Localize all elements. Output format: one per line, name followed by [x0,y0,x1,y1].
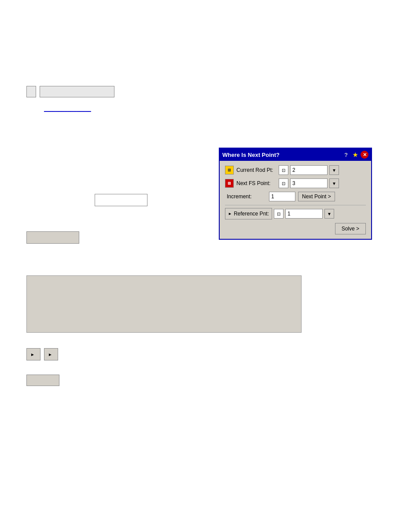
next-fs-point-field-group: ⊡ ▼ [279,178,339,188]
bottom-btn-1[interactable]: ► [26,348,41,360]
current-rod-pt-dropdown[interactable]: ▼ [329,165,339,175]
next-fs-point-dropdown[interactable]: ▼ [329,178,339,188]
link-text[interactable]: ________________ [44,106,91,112]
mid-input[interactable] [95,194,147,206]
dialog-body: ⊞ Current Rod Pt: ⊡ ▼ ⊞ Next FS Point: ⊡… [220,161,371,239]
gray-btn-left[interactable] [26,231,79,244]
toolbar-btn-1[interactable] [26,86,36,97]
arrow-icon-2: ► [48,352,52,357]
current-rod-pt-field-group: ⊡ ▼ [279,165,339,175]
dialog-title: Where Is Next Point? [222,152,342,158]
solve-button[interactable]: Solve > [335,223,366,234]
reference-dropdown[interactable]: ▼ [324,209,334,219]
bottom-btn-2[interactable]: ► [44,348,58,360]
next-fs-point-label: Next FS Point: [236,180,276,186]
next-fs-point-input[interactable] [290,178,328,188]
next-fs-point-icon: ⊞ [225,179,234,188]
current-rod-pt-pick-icon[interactable]: ⊡ [279,165,288,175]
close-icon[interactable]: ✕ [361,151,368,159]
small-btn[interactable] [26,375,59,386]
bottom-btn-row: ► ► [26,348,58,360]
dialog-title-icons: ? ★ ✕ [342,151,368,159]
solve-row: Solve > [225,223,366,234]
reference-pnt-label: Reference Pnt: [234,211,269,217]
reference-pnt-button[interactable]: ► Reference Pnt: [225,208,272,219]
current-rod-pt-row: ⊞ Current Rod Pt: ⊡ ▼ [225,165,366,175]
dialog-titlebar: Where Is Next Point? ? ★ ✕ [220,149,371,161]
reference-row: ► Reference Pnt: ⊡ ▼ [225,208,366,219]
dialog-divider [225,205,366,205]
reference-field-group: ⊡ ▼ [274,209,334,219]
reference-pick-icon[interactable]: ⊡ [274,209,284,219]
next-fs-point-row: ⊞ Next FS Point: ⊡ ▼ [225,178,366,188]
info-panel [26,275,302,333]
increment-label: Increment: [227,193,266,200]
current-rod-pt-input[interactable] [290,165,328,175]
help-icon[interactable]: ? [342,151,350,159]
current-rod-pt-label: Current Rod Pt: [236,167,276,173]
increment-input[interactable] [269,192,295,201]
next-fs-point-pick-icon[interactable]: ⊡ [279,178,288,188]
increment-row: Increment: Next Point > [225,192,366,201]
reference-arrow-icon: ► [228,212,232,216]
reference-input[interactable] [285,209,323,219]
arrow-icon-1: ► [30,352,35,357]
star-icon[interactable]: ★ [351,151,359,159]
toolbar-area [26,86,114,97]
next-point-button[interactable]: Next Point > [298,192,335,201]
dialog-where-is-next-point: Where Is Next Point? ? ★ ✕ ⊞ Current Rod… [219,148,372,240]
toolbar-btn-2[interactable] [40,86,114,97]
current-rod-pt-icon: ⊞ [225,166,234,175]
